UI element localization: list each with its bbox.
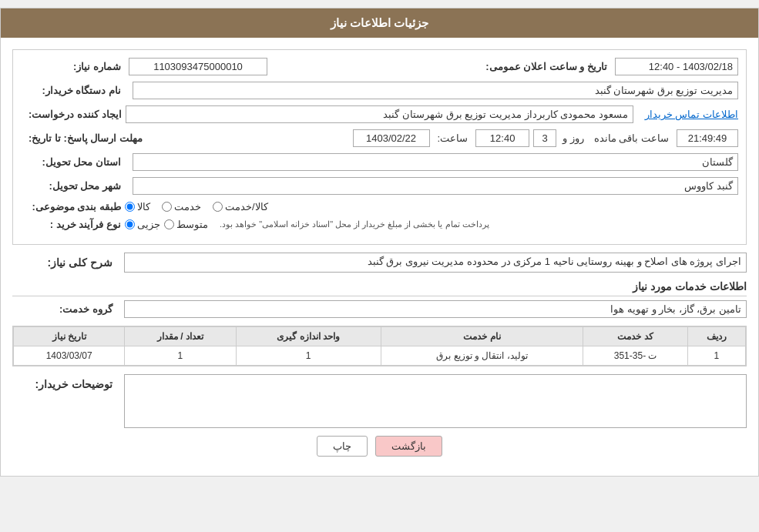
kalaKhedmat-label: کالا/خدمت	[225, 201, 268, 212]
jezii-radio[interactable]	[125, 219, 135, 229]
tarikh-group: 1403/02/18 - 12:40 تاریخ و ساعت اعلان عم…	[478, 58, 738, 75]
row-sharheKolli: اجرای پروژه های اصلاح و بهینه روستایی نا…	[12, 253, 747, 273]
jezii-label: جزیی	[137, 219, 160, 230]
saatBaghimande-label: ساعت باقی مانده	[594, 132, 669, 144]
mottavaset-label: متوسط	[176, 219, 208, 230]
row-tabaqebandi: کالا/خدمت خدمت کالا طبقه بندی موضوعی:	[21, 201, 738, 212]
mottavaset-radio[interactable]	[164, 219, 174, 229]
buttons-row: بازگشت چاپ	[12, 436, 747, 464]
content: 1403/02/18 - 12:40 تاریخ و ساعت اعلان عم…	[1, 38, 758, 476]
back-button[interactable]: بازگشت	[375, 436, 442, 457]
noeFarayand-mottavaset[interactable]: متوسط	[164, 219, 208, 230]
tabaqebandi-khedmat[interactable]: خدمت	[162, 201, 201, 212]
shahrMahal-value: گنبد کاووس	[133, 177, 738, 195]
khedmat-radio[interactable]	[162, 202, 172, 212]
namDastgah-value: مدیریت توزیع برق شهرستان گنبد	[133, 82, 738, 99]
col-kodKhedmat: کد خدمت	[583, 327, 688, 346]
table-cell: 1403/03/07	[14, 346, 125, 366]
sharheKolli-label: شرح کلی نیاز:	[20, 256, 113, 269]
noeFarayand-group: پرداخت تمام یا بخشی از مبلغ خریدار از مح…	[125, 219, 738, 230]
kala-radio[interactable]	[125, 202, 135, 212]
namDastgah-label: نام دستگاه خریدار:	[29, 85, 121, 96]
table-cell: تولید، انتقال و توزیع برق	[381, 346, 583, 366]
saatBaghimande-value: 21:49:49	[677, 129, 738, 147]
ostandMahal-label: استان محل تحویل:	[29, 156, 121, 168]
tabaqebandi-label: طبقه بندی موضوعی:	[29, 201, 121, 212]
tozihatKharidar-label: توضیحات خریدار:	[20, 378, 113, 390]
shomareNiaz-group: 1103093475000010 شماره نیاز:	[21, 58, 267, 75]
grooheKhedmat-value: تامین برق، گاز، بخار و تهویه هوا	[124, 300, 747, 318]
row-namDastgah: مدیریت توزیع برق شهرستان گنبد نام دستگاه…	[21, 82, 738, 99]
tabaqebandi-kala[interactable]: کالا	[125, 201, 150, 212]
row-tozihatKharidar: توضیحات خریدار:	[12, 374, 747, 428]
tabaqebandi-radios: کالا/خدمت خدمت کالا	[125, 201, 738, 212]
grooheKhedmat-label: گروه خدمت:	[20, 303, 113, 315]
shahrMahal-label: شهر محل تحویل:	[29, 180, 121, 192]
table-cell: ت -35-351	[583, 346, 688, 366]
row-shomareNiaz: 1403/02/18 - 12:40 تاریخ و ساعت اعلان عم…	[21, 58, 738, 75]
services-table: ردیف کد خدمت نام خدمت واحد اندازه گیری ت…	[13, 326, 746, 366]
ijadKonande-group: اطلاعات تماس خریدار مسعود محمودی کاربردا…	[126, 105, 738, 123]
page-header: جزئیات اطلاعات نیاز	[1, 8, 758, 38]
row-shahrMahal: گنبد کاووس شهر محل تحویل:	[21, 177, 738, 195]
row-noeFarayand: پرداخت تمام یا بخشی از مبلغ خریدار از مح…	[21, 219, 738, 230]
ettelaatKhadamat-title: اطلاعات خدمات مورد نیاز	[12, 280, 747, 296]
shomareNiaz-value: 1103093475000010	[129, 58, 267, 75]
shomareNiaz-label: شماره نیاز:	[29, 61, 121, 72]
etelaatTamass-link[interactable]: اطلاعات تماس خریدار	[645, 109, 738, 120]
ijadKonande-value: مسعود محمودی کاربرداز مدیریت توزیع برق ش…	[126, 105, 633, 123]
date1-value: 1403/02/22	[353, 129, 430, 147]
row-grooheKhedmat: تامین برق، گاز، بخار و تهویه هوا گروه خد…	[12, 300, 747, 318]
ostandMahal-value: گلستان	[133, 153, 738, 171]
row-ostandMahal: گلستان استان محل تحویل:	[21, 153, 738, 171]
page-title: جزئیات اطلاعات نیاز	[331, 16, 428, 29]
roz-value: 3	[533, 129, 556, 147]
saat-label: ساعت:	[438, 132, 468, 144]
table-row: 1ت -35-351تولید، انتقال و توزیع برق11140…	[14, 346, 746, 366]
noeFarayand-label: نوع فرآیند خرید :	[29, 219, 121, 230]
table-cell: 1	[236, 346, 381, 366]
tabaqebandi-kalaKhedmat[interactable]: کالا/خدمت	[213, 201, 268, 212]
kala-label: کالا	[137, 201, 150, 212]
col-vahed: واحد اندازه گیری	[236, 327, 381, 346]
col-tarikh: تاریخ نیاز	[14, 327, 125, 346]
mohlatErsalPasokh-label: مهلت ارسال پاسخ: تا تاریخ:	[29, 132, 143, 144]
tarikh-label: تاریخ و ساعت اعلان عمومی:	[485, 61, 607, 72]
sharheKolli-value: اجرای پروژه های اصلاح و بهینه روستایی نا…	[124, 253, 747, 273]
services-table-section: ردیف کد خدمت نام خدمت واحد اندازه گیری ت…	[12, 326, 747, 366]
page-wrapper: جزئیات اطلاعات نیاز 1403/02/18 - 12:40 ت…	[0, 8, 759, 477]
noeFarayand-desc: پرداخت تمام یا بخشی از مبلغ خریدار از مح…	[220, 219, 489, 229]
noeFarayand-jezii[interactable]: جزیی	[125, 219, 160, 230]
kalaKhedmat-radio[interactable]	[213, 202, 223, 212]
ijadKonande-label: ایجاد کننده درخواست:	[29, 109, 122, 120]
saat-value: 12:40	[475, 129, 529, 147]
khedmat-label: خدمت	[174, 201, 201, 212]
main-form-section: 1403/02/18 - 12:40 تاریخ و ساعت اعلان عم…	[12, 49, 747, 245]
col-tedad: تعداد / مقدار	[125, 327, 236, 346]
tozihatKharidar-textarea[interactable]	[124, 374, 747, 428]
row-ijadKonande: اطلاعات تماس خریدار مسعود محمودی کاربردا…	[21, 105, 738, 123]
tarikh-value: 1403/02/18 - 12:40	[615, 58, 738, 75]
col-namKhedmat: نام خدمت	[381, 327, 583, 346]
col-radif: ردیف	[687, 327, 745, 346]
table-cell: 1	[125, 346, 236, 366]
print-button[interactable]: چاپ	[317, 436, 368, 457]
roz-label: روز و	[563, 132, 584, 144]
table-cell: 1	[687, 346, 745, 366]
row-mohlatErsalPasokh: 21:49:49 ساعت باقی مانده روز و 3 12:40 س…	[21, 129, 738, 147]
mohlat-group: 21:49:49 ساعت باقی مانده روز و 3 12:40 س…	[146, 129, 738, 147]
